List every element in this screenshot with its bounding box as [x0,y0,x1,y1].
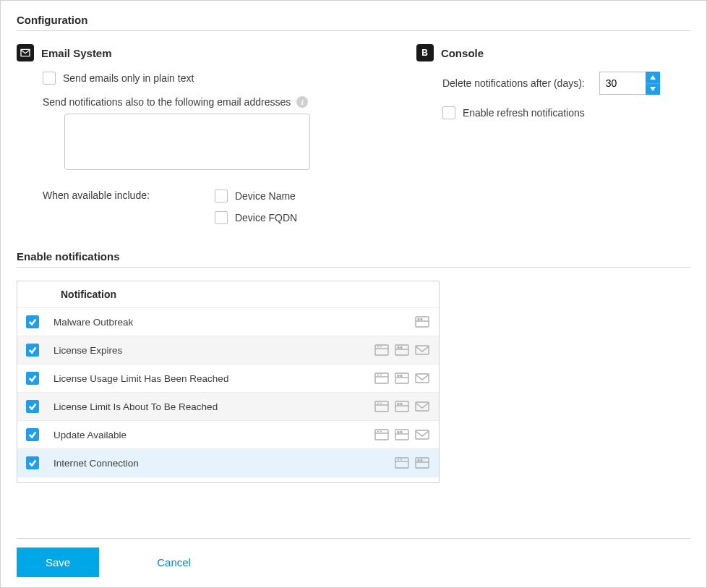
page-title: Configuration [17,14,690,26]
notifications-column-header: Notification [17,281,439,307]
svg-point-46 [418,460,419,461]
email-system-column: Email System Send emails only in plain t… [17,44,373,243]
notification-label: License Usage Limit Has Been Reached [53,373,359,384]
notification-icons [394,456,430,469]
svg-rect-40 [416,430,429,439]
dashboard-icon[interactable] [374,428,390,441]
console-title: Console [441,47,484,59]
notification-checkbox[interactable] [26,428,39,441]
dashboard-icon[interactable] [374,372,390,385]
notification-row[interactable]: License Limit Is About To Be Reached [17,392,439,420]
notification-checkbox[interactable] [26,456,39,469]
console-header: B Console [416,44,690,61]
svg-point-28 [398,404,399,405]
device-name-row: Device Name [215,189,297,203]
notification-checkbox[interactable] [26,400,39,413]
svg-rect-1 [416,317,429,327]
email-system-header: Email System [17,44,373,61]
include-options: Device Name Device FQDN [215,189,297,233]
notification-row[interactable]: License Expires [17,336,439,364]
svg-point-19 [398,375,399,377]
notification-checkbox[interactable] [26,315,39,328]
console-icon[interactable] [394,428,410,441]
info-icon[interactable]: i [296,96,308,108]
email-icon [17,44,34,61]
notification-icons [414,315,430,328]
notification-label: License Limit Is About To Be Reached [53,401,359,412]
email-system-body: Send emails only in plain text Send noti… [43,72,373,233]
notification-row[interactable]: Malware Outbreak [17,307,439,336]
device-fqdn-label: Device FQDN [235,211,297,224]
mail-icon[interactable] [414,400,430,413]
console-column: B Console Delete notifications after (da… [416,44,690,243]
plain-text-checkbox[interactable] [43,72,56,85]
addresses-input[interactable] [64,114,310,170]
divider [17,30,690,31]
notification-row[interactable] [17,477,439,483]
notifications-title: Enable notifications [17,250,690,263]
cancel-button[interactable]: Cancel [157,556,191,568]
spinner-buttons [646,72,660,95]
svg-rect-13 [416,346,429,354]
email-system-title: Email System [41,47,112,59]
device-name-checkbox[interactable] [215,189,228,203]
notification-icons [374,428,430,441]
spinner-down-button[interactable] [646,83,660,95]
dashboard-icon[interactable] [374,344,390,357]
svg-point-10 [398,347,399,349]
svg-rect-9 [395,345,408,355]
refresh-checkbox[interactable] [442,106,455,119]
delete-days-input[interactable] [599,72,646,95]
mail-icon[interactable] [414,428,430,441]
svg-point-38 [400,432,402,433]
delete-days-label: Delete notifications after (days): [442,77,585,89]
notifications-rows: Malware OutbreakLicense ExpiresLicense U… [17,307,439,483]
device-name-label: Device Name [235,189,296,203]
console-icon[interactable] [414,315,430,328]
mail-icon[interactable] [414,344,430,357]
delete-days-spinner [599,72,660,95]
footer: Save Cancel [17,538,690,587]
svg-rect-36 [395,430,408,440]
configuration-panel: Configuration Email System Send emails o… [0,0,707,588]
notification-checkbox[interactable] [26,372,39,385]
console-icon[interactable] [394,400,410,413]
svg-point-29 [400,404,402,405]
dashboard-icon[interactable] [394,456,410,469]
notification-label: Update Available [53,430,359,440]
console-icon[interactable] [394,372,410,385]
brand-b-icon: B [416,44,434,61]
notification-label: License Expires [53,345,359,356]
device-fqdn-row: Device FQDN [215,211,297,224]
notification-label: Malware Outbreak [53,317,400,328]
notification-row[interactable]: Internet Connection [17,448,439,477]
console-body: Delete notifications after (days): Enabl… [442,72,690,119]
include-label: When available include: [43,189,150,233]
console-icon[interactable] [414,456,430,469]
spinner-up-button[interactable] [646,72,660,83]
divider [17,267,690,268]
delete-days-row: Delete notifications after (days): [442,72,690,95]
notification-row[interactable]: License Usage Limit Has Been Reached [17,364,439,392]
refresh-label: Enable refresh notifications [463,106,585,119]
notification-row[interactable]: Update Available [17,420,439,448]
include-row: When available include: Device Name Devi… [43,189,373,233]
addresses-label-row: Send notifications also to the following… [43,96,373,108]
svg-rect-31 [416,402,429,411]
device-fqdn-checkbox[interactable] [215,211,228,224]
svg-rect-18 [395,373,408,383]
notification-icons [374,372,430,385]
notification-label: Internet Connection [53,458,380,469]
svg-point-20 [400,375,402,377]
console-icon[interactable] [394,344,410,357]
dashboard-icon[interactable] [374,400,390,413]
mail-icon[interactable] [414,372,430,385]
svg-point-2 [418,319,419,320]
plain-text-row: Send emails only in plain text [43,72,373,85]
notifications-table[interactable]: Notification Malware OutbreakLicense Exp… [17,281,440,483]
plain-text-label: Send emails only in plain text [63,72,194,85]
save-button[interactable]: Save [17,547,99,577]
columns: Email System Send emails only in plain t… [17,44,690,243]
notification-checkbox[interactable] [26,344,39,357]
refresh-row: Enable refresh notifications [442,106,690,119]
